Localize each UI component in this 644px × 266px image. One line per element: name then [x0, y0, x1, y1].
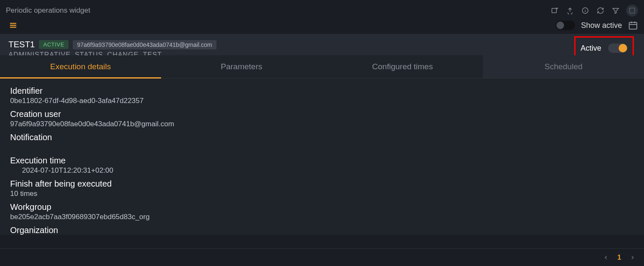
finish-after-value: 10 times: [10, 190, 634, 198]
active-label: Active: [581, 44, 601, 53]
workgroup-value: be205e2acb7aa3f09689307ebd65d83c_org: [10, 213, 634, 221]
refresh-icon[interactable]: [596, 6, 605, 15]
upload-icon[interactable]: [565, 6, 575, 15]
details-panel: Identifier 0be11802-67df-4d98-aed0-3afa4…: [0, 79, 644, 235]
identifier-value: 0be11802-67df-4d98-aed0-3afa47d22357: [10, 97, 634, 105]
record-header: TEST1 ACTIVE 97a6f9a93790e08fae0d0e43ada…: [0, 34, 644, 55]
svg-rect-0: [552, 8, 556, 13]
svg-rect-6: [629, 22, 637, 29]
svg-rect-2: [630, 8, 635, 13]
page-number[interactable]: 1: [617, 254, 621, 261]
export-icon[interactable]: [550, 6, 559, 15]
record-name: TEST1: [8, 40, 35, 49]
email-badge: 97a6f9a93790e08fae0d0e43ada0741b@gmail.c…: [73, 40, 216, 49]
organization-label: Organization: [10, 225, 634, 235]
tab-configured-times[interactable]: Configured times: [322, 55, 483, 78]
show-active-toggle[interactable]: [556, 21, 575, 30]
page-next-icon[interactable]: [630, 255, 636, 261]
menu-icon[interactable]: [8, 21, 18, 30]
pagination-footer: 1: [0, 248, 644, 266]
notification-value: [10, 143, 634, 152]
creation-user-value: 97a6f9a93790e08fae0d0e43ada0741b@gmail.c…: [10, 120, 634, 128]
record-subtitle: ADMINISTRATIVE_STATUS_CHANGE_TEST: [8, 51, 636, 55]
tab-bar: Execution details Parameters Configured …: [0, 55, 644, 79]
show-active-label: Show active: [581, 21, 622, 30]
widget-title: Periodic operations widget: [6, 6, 90, 15]
tab-execution-details[interactable]: Execution details: [0, 55, 161, 78]
notification-label: Notification: [10, 133, 634, 142]
identifier-label: Identifier: [10, 86, 634, 96]
page-prev-icon[interactable]: [603, 255, 609, 261]
filter-icon[interactable]: [611, 6, 620, 15]
creation-user-label: Creation user: [10, 109, 634, 119]
layout-icon[interactable]: [626, 5, 638, 16]
info-icon[interactable]: [581, 6, 590, 15]
header-icon-bar: [550, 5, 638, 16]
tab-parameters[interactable]: Parameters: [161, 55, 322, 78]
workgroup-label: Workgroup: [10, 202, 634, 212]
execution-time-value: 2024-07-10T12:20:31+02:00: [10, 166, 634, 175]
active-toggle[interactable]: [608, 43, 628, 53]
status-badge: ACTIVE: [39, 40, 69, 49]
finish-after-label: Finish after being executed: [10, 179, 634, 189]
calendar-icon[interactable]: [628, 20, 638, 30]
execution-time-label: Execution time: [10, 156, 634, 166]
tab-scheduled[interactable]: Scheduled: [483, 55, 644, 78]
